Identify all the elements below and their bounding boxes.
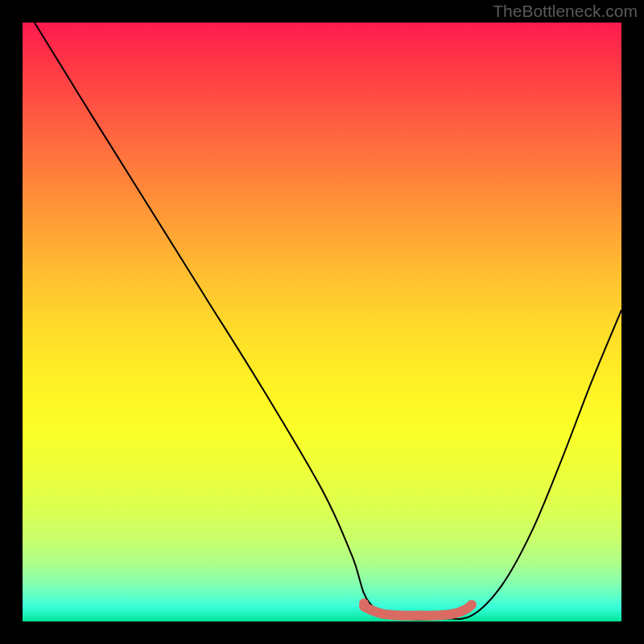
- optimal-start-dot: [359, 598, 369, 608]
- attribution-text: TheBottleneck.com: [493, 2, 638, 21]
- optimal-range-marker-path: [364, 605, 472, 616]
- chart-svg: [23, 23, 621, 621]
- bottleneck-curve-path: [35, 23, 621, 620]
- chart-plot-area: [23, 23, 621, 621]
